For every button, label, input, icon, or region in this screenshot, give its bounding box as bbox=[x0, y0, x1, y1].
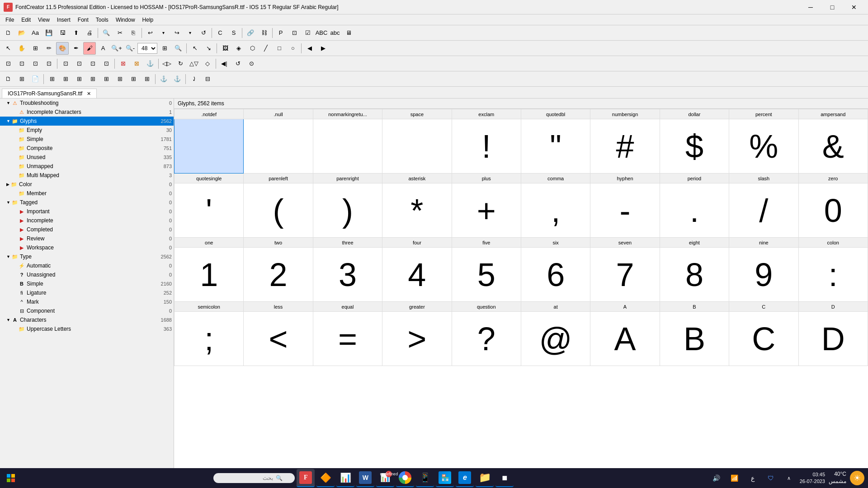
glyph-cell-1-2[interactable]: ) bbox=[313, 183, 382, 238]
transform-btn3[interactable]: ⊡ bbox=[29, 57, 42, 70]
sidebar-item-composite[interactable]: 📁Composite751 bbox=[0, 144, 174, 153]
clear-button[interactable]: C bbox=[214, 27, 226, 39]
edit-btn[interactable]: ✏ bbox=[42, 42, 55, 55]
glyph-cell-3-0[interactable]: ; bbox=[175, 312, 244, 366]
line-btn[interactable]: ╱ bbox=[259, 42, 272, 55]
menu-item-file[interactable]: File bbox=[2, 14, 18, 25]
sidebar-item-characters[interactable]: ▼ACharacters1688 bbox=[0, 315, 174, 324]
save-button[interactable]: 💾 bbox=[42, 27, 55, 39]
cursor-btn[interactable]: ↖ bbox=[2, 42, 14, 55]
node-btn[interactable]: ⬡ bbox=[246, 42, 259, 55]
transform-btn2[interactable]: ⊡ bbox=[15, 57, 28, 70]
wrap-btn[interactable]: ⤸ bbox=[188, 73, 200, 85]
glyph-btn5[interactable]: abc bbox=[329, 27, 341, 39]
glyph-cell-2-7[interactable]: 8 bbox=[660, 248, 729, 302]
glyph-cell-3-4[interactable]: ? bbox=[452, 312, 521, 366]
glyph-cell-2-2[interactable]: 3 bbox=[313, 248, 382, 302]
hand-btn[interactable]: ✋ bbox=[15, 42, 28, 55]
link-button[interactable]: 🔗 bbox=[244, 27, 257, 39]
pencil-btn[interactable]: ✒ bbox=[70, 42, 82, 55]
sidebar-item-unassigned[interactable]: ?Unassigned0 bbox=[0, 270, 174, 279]
sidebar-item-simple-type[interactable]: BSimple2160 bbox=[0, 279, 174, 288]
grid-btn8[interactable]: ⊞ bbox=[141, 73, 153, 85]
menu-item-edit[interactable]: Edit bbox=[18, 14, 34, 25]
arrow-dn-btn[interactable]: ↘ bbox=[202, 42, 215, 55]
contour-btn[interactable]: ⊙ bbox=[245, 57, 258, 70]
minimize-button[interactable]: ─ bbox=[800, 0, 821, 14]
menu-item-window[interactable]: Window bbox=[112, 14, 139, 25]
glyph-cell-0-7[interactable]: $ bbox=[660, 119, 729, 174]
file-tab[interactable]: IOS17ProR-SamsungSansR.ttf ✕ bbox=[2, 89, 97, 98]
sidebar-item-tagged[interactable]: ▼📁Tagged0 bbox=[0, 198, 174, 207]
cut-button[interactable]: ✂ bbox=[113, 27, 126, 39]
taskbar-app-whatsapp[interactable]: 📱 bbox=[416, 469, 434, 487]
taskbar-app-word[interactable]: W bbox=[356, 469, 374, 487]
glyph-cell-1-0[interactable]: ' bbox=[175, 183, 244, 238]
glyph-btn2[interactable]: ⊡ bbox=[288, 27, 301, 39]
glyph-cell-0-5[interactable]: " bbox=[521, 119, 590, 174]
glyph-cell-0-2[interactable] bbox=[313, 119, 382, 174]
ellipse-btn[interactable]: ○ bbox=[287, 42, 299, 55]
glyph-cell-2-5[interactable]: 6 bbox=[521, 248, 590, 302]
glyph-btn3[interactable]: ☑ bbox=[302, 27, 314, 39]
glyph-cell-2-4[interactable]: 5 bbox=[452, 248, 521, 302]
sidebar-item-review[interactable]: ▶Review0 bbox=[0, 234, 174, 243]
glyph-cell-0-8[interactable]: % bbox=[729, 119, 798, 174]
glyph-cell-0-4[interactable]: ! bbox=[452, 119, 521, 174]
fontmap-btn[interactable]: ⊞ bbox=[15, 73, 28, 85]
glyph-cell-2-1[interactable]: 2 bbox=[244, 248, 313, 302]
sidebar-item-uppercase-letters[interactable]: 📁Uppercase Letters363 bbox=[0, 324, 174, 333]
copy-button[interactable]: ⎘ bbox=[127, 27, 140, 39]
transform-btn1[interactable]: ⊡ bbox=[2, 57, 14, 70]
arrow-up-btn[interactable]: ↖ bbox=[189, 42, 201, 55]
grid-btn4[interactable]: ⊞ bbox=[86, 73, 99, 85]
grid-btn6[interactable]: ⊞ bbox=[113, 73, 126, 85]
glyph-cell-3-5[interactable]: @ bbox=[521, 312, 590, 366]
rotate-btn[interactable]: ↻ bbox=[174, 57, 187, 70]
image-btn[interactable]: 🖼 bbox=[219, 42, 231, 55]
expand-arrow-color[interactable]: ▶ bbox=[6, 182, 9, 187]
taskbar-app-browser1[interactable]: 🔶 bbox=[316, 469, 335, 487]
redo-button[interactable]: ↪ bbox=[170, 27, 183, 39]
glyph-btn4[interactable]: ABC bbox=[315, 27, 328, 39]
glyph-cell-2-3[interactable]: 4 bbox=[382, 248, 452, 302]
zoom-out-btn[interactable]: 🔍- bbox=[124, 42, 137, 55]
expand-arrow-type[interactable]: ▼ bbox=[6, 254, 10, 259]
menu-item-insert[interactable]: Insert bbox=[53, 14, 74, 25]
fontmap2-btn[interactable]: 📄 bbox=[29, 73, 42, 85]
erase2-btn[interactable]: ⊠ bbox=[130, 57, 143, 70]
open-button[interactable]: 📂 bbox=[15, 27, 28, 39]
zoom-select[interactable]: 48 24 72 96 bbox=[137, 43, 157, 54]
taskbar-app-fontcreator[interactable]: F bbox=[297, 469, 315, 487]
search2-btn[interactable]: 🔍 bbox=[172, 42, 184, 55]
taskbar-search[interactable]: 🔍 bbox=[213, 473, 295, 483]
flip-v-btn[interactable]: △▽ bbox=[188, 57, 200, 70]
glyph-cell-0-0[interactable] bbox=[175, 119, 244, 174]
glyph-cell-2-9[interactable]: : bbox=[798, 248, 868, 302]
select-btn[interactable]: 🎨 bbox=[56, 42, 69, 55]
grid-btn3[interactable]: ⊞ bbox=[73, 73, 85, 85]
sidebar-item-unused[interactable]: 📁Unused335 bbox=[0, 153, 174, 162]
start-btn[interactable]: ◀| bbox=[218, 57, 231, 70]
sidebar-item-automatic[interactable]: ⚡Automatic0 bbox=[0, 261, 174, 270]
sidebar-item-workspace[interactable]: ▶Workspace0 bbox=[0, 243, 174, 252]
export-button[interactable]: ⬆ bbox=[70, 27, 82, 39]
taskbar-app-edge[interactable]: e bbox=[456, 469, 474, 487]
erase-btn[interactable]: ⊠ bbox=[117, 57, 129, 70]
menu-item-font[interactable]: Font bbox=[74, 14, 92, 25]
trace-btn[interactable]: ◈ bbox=[232, 42, 245, 55]
path-btn2[interactable]: ⊡ bbox=[73, 57, 85, 70]
taskbar-app-app2[interactable]: ■ bbox=[495, 469, 514, 487]
paint-btn[interactable]: 🖌 bbox=[83, 42, 96, 55]
expand-arrow-tagged[interactable]: ▼ bbox=[6, 200, 10, 205]
path-btn1[interactable]: ⊡ bbox=[59, 57, 72, 70]
wifi-icon[interactable]: 📶 bbox=[727, 471, 742, 485]
grid-btn5[interactable]: ⊞ bbox=[100, 73, 113, 85]
grid-btn2[interactable]: ⊞ bbox=[59, 73, 72, 85]
menu-item-help[interactable]: Help bbox=[139, 14, 157, 25]
glyph-cell-1-5[interactable]: , bbox=[521, 183, 590, 238]
glyph-cell-1-9[interactable]: 0 bbox=[798, 183, 868, 238]
glyph-btn1[interactable]: P bbox=[274, 27, 287, 39]
find-button[interactable]: 🔍 bbox=[100, 27, 113, 39]
menu-item-tools[interactable]: Tools bbox=[92, 14, 112, 25]
